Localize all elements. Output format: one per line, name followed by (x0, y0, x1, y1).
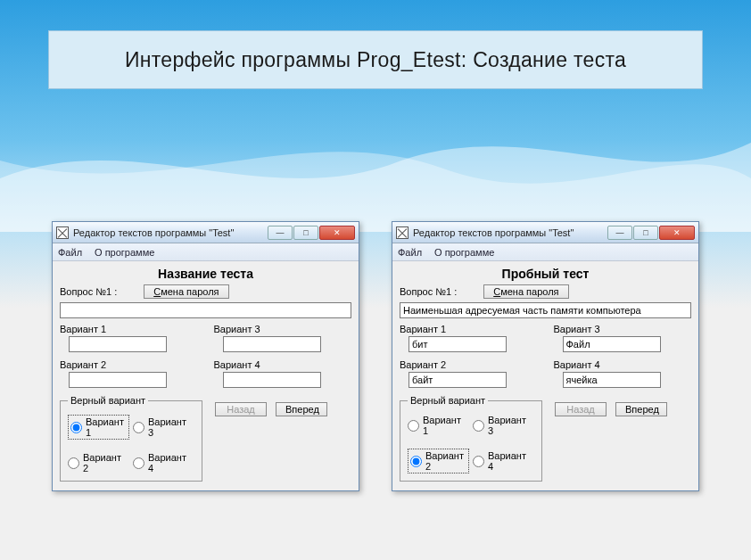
titlebar-text: Редактор текстов программы "Test" (413, 227, 607, 238)
variant1-input[interactable] (69, 336, 167, 352)
forward-button[interactable]: Вперед (615, 402, 667, 416)
minimize-button[interactable]: — (607, 226, 632, 240)
variant2-input[interactable] (69, 372, 167, 388)
menu-file[interactable]: Файл (58, 247, 82, 258)
menu-about[interactable]: О программе (95, 247, 154, 258)
variant1-label: Вариант 1 (400, 324, 538, 334)
correct-legend: Верный вариант (408, 395, 488, 406)
editor-window-left: Редактор текстов программы "Test" — □ ✕ … (52, 221, 359, 491)
variant2-label: Вариант 2 (60, 359, 198, 370)
slide-title-text: Интерфейс программы Prog_Etest: Создание… (125, 48, 626, 72)
variant4-input[interactable] (563, 372, 661, 388)
close-button[interactable]: ✕ (659, 226, 695, 240)
variant1-input[interactable] (409, 336, 507, 352)
variant3-input[interactable] (223, 336, 321, 352)
menu-about[interactable]: О программе (434, 247, 494, 258)
minimize-button[interactable]: — (268, 226, 293, 240)
forward-button[interactable]: Вперед (276, 402, 327, 416)
slide-title: Интерфейс программы Prog_Etest: Создание… (48, 30, 703, 89)
variant4-label: Вариант 4 (214, 359, 352, 370)
change-password-button[interactable]: Смена пароля (144, 284, 228, 299)
maximize-button[interactable]: □ (633, 226, 658, 240)
variant4-label: Вариант 4 (554, 359, 692, 370)
question-input[interactable] (400, 302, 691, 318)
test-title: Пробный тест (400, 267, 691, 281)
titlebar[interactable]: Редактор текстов программы "Test" — □ ✕ (392, 222, 698, 243)
menu-file[interactable]: Файл (398, 247, 422, 258)
question-input[interactable] (60, 302, 351, 318)
variant1-label: Вариант 1 (60, 324, 198, 334)
correct-legend: Верный вариант (68, 395, 148, 406)
variant3-label: Вариант 3 (214, 324, 352, 334)
radio-variant2[interactable]: Вариант 2 (408, 449, 469, 474)
titlebar-text: Редактор текстов программы "Test" (73, 227, 267, 238)
radio-variant4[interactable]: Вариант 4 (133, 452, 194, 474)
titlebar[interactable]: Редактор текстов программы "Test" — □ ✕ (53, 222, 359, 243)
test-title: Название теста (60, 267, 351, 281)
radio-variant1[interactable]: Вариант 1 (408, 415, 469, 436)
radio-variant4[interactable]: Вариант 4 (473, 449, 534, 474)
variant2-input[interactable] (409, 372, 507, 388)
variant3-label: Вариант 3 (554, 324, 692, 334)
editor-window-right: Редактор текстов программы "Test" — □ ✕ … (392, 221, 699, 491)
question-label: Вопрос №1 : (400, 286, 457, 297)
change-password-button[interactable]: Смена пароля (483, 284, 568, 299)
radio-variant1[interactable]: Вариант 1 (68, 415, 129, 440)
radio-variant3[interactable]: Вариант 3 (133, 415, 194, 440)
radio-variant2[interactable]: Вариант 2 (68, 452, 129, 474)
app-icon (56, 226, 69, 239)
back-button[interactable]: Назад (555, 402, 607, 416)
radio-variant3[interactable]: Вариант 3 (473, 415, 534, 436)
question-label: Вопрос №1 : (60, 286, 117, 297)
correct-variant-group: Верный вариант Вариант 1 Вариант 3 Вариа… (400, 395, 542, 482)
maximize-button[interactable]: □ (293, 226, 318, 240)
close-button[interactable]: ✕ (319, 226, 355, 240)
variant2-label: Вариант 2 (400, 359, 538, 370)
back-button[interactable]: Назад (215, 402, 267, 416)
menubar: Файл О программе (53, 243, 359, 261)
correct-variant-group: Верный вариант Вариант 1 Вариант 3 Вариа… (60, 395, 202, 482)
variant3-input[interactable] (563, 336, 661, 352)
app-icon (396, 226, 409, 239)
menubar: Файл О программе (392, 243, 698, 261)
variant4-input[interactable] (223, 372, 321, 388)
